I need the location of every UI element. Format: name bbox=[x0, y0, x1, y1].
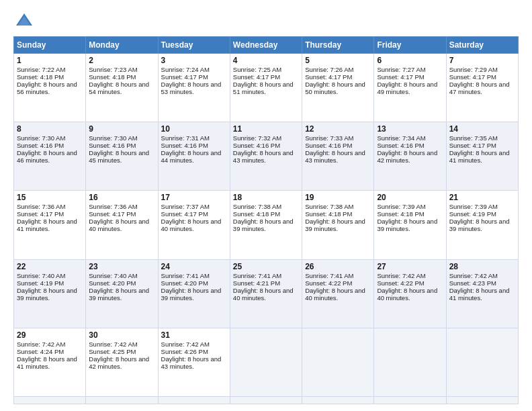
daylight-label: Daylight: 8 hours and 41 minutes. bbox=[449, 149, 510, 164]
calendar-day-header: Sunday bbox=[14, 37, 86, 54]
sunset-label: Sunset: 4:18 PM bbox=[305, 210, 352, 218]
calendar-cell bbox=[14, 397, 86, 404]
sunset-label: Sunset: 4:21 PM bbox=[233, 279, 280, 287]
daylight-label: Daylight: 8 hours and 39 minutes. bbox=[233, 218, 294, 232]
sunset-label: Sunset: 4:17 PM bbox=[233, 73, 280, 81]
calendar-cell: 25 Sunrise: 7:41 AM Sunset: 4:21 PM Dayl… bbox=[230, 259, 302, 328]
sunrise-label: Sunrise: 7:22 AM bbox=[17, 66, 65, 73]
daylight-label: Daylight: 8 hours and 43 minutes. bbox=[305, 149, 365, 164]
calendar-cell: 22 Sunrise: 7:40 AM Sunset: 4:19 PM Dayl… bbox=[14, 259, 86, 328]
sunset-label: Sunset: 4:24 PM bbox=[17, 348, 64, 355]
calendar-cell: 14 Sunrise: 7:35 AM Sunset: 4:17 PM Dayl… bbox=[446, 122, 518, 191]
day-number: 26 bbox=[305, 262, 371, 271]
calendar-cell bbox=[230, 397, 302, 404]
daylight-label: Daylight: 8 hours and 44 minutes. bbox=[161, 149, 222, 164]
day-number: 8 bbox=[17, 124, 83, 134]
calendar-week-row: 15 Sunrise: 7:36 AM Sunset: 4:17 PM Dayl… bbox=[14, 191, 519, 259]
day-number: 7 bbox=[449, 56, 515, 65]
sunrise-label: Sunrise: 7:24 AM bbox=[161, 66, 210, 73]
calendar-cell: 17 Sunrise: 7:37 AM Sunset: 4:17 PM Dayl… bbox=[158, 191, 230, 259]
day-number: 30 bbox=[89, 330, 154, 340]
calendar-week-row: 22 Sunrise: 7:40 AM Sunset: 4:19 PM Dayl… bbox=[14, 259, 519, 328]
day-number: 13 bbox=[377, 124, 443, 134]
calendar-cell bbox=[446, 397, 518, 404]
sunset-label: Sunset: 4:16 PM bbox=[233, 142, 280, 149]
calendar-cell: 21 Sunrise: 7:39 AM Sunset: 4:19 PM Dayl… bbox=[446, 191, 518, 259]
calendar-cell: 24 Sunrise: 7:41 AM Sunset: 4:20 PM Dayl… bbox=[158, 259, 230, 328]
calendar-cell: 15 Sunrise: 7:36 AM Sunset: 4:17 PM Dayl… bbox=[14, 191, 86, 259]
sunrise-label: Sunrise: 7:42 AM bbox=[89, 340, 137, 348]
sunset-label: Sunset: 4:16 PM bbox=[305, 142, 352, 149]
calendar-cell bbox=[86, 397, 158, 404]
day-number: 22 bbox=[17, 262, 83, 271]
day-number: 4 bbox=[233, 56, 299, 65]
sunrise-label: Sunrise: 7:42 AM bbox=[377, 272, 425, 279]
daylight-label: Daylight: 8 hours and 42 minutes. bbox=[89, 355, 149, 370]
sunrise-label: Sunrise: 7:42 AM bbox=[161, 340, 210, 348]
calendar-cell: 29 Sunrise: 7:42 AM Sunset: 4:24 PM Dayl… bbox=[14, 328, 86, 396]
sunset-label: Sunset: 4:18 PM bbox=[377, 210, 424, 218]
calendar-cell: 2 Sunrise: 7:23 AM Sunset: 4:18 PM Dayli… bbox=[86, 54, 158, 122]
sunset-label: Sunset: 4:16 PM bbox=[161, 142, 208, 149]
sunrise-label: Sunrise: 7:41 AM bbox=[161, 272, 210, 279]
calendar-table: SundayMondayTuesdayWednesdayThursdayFrid… bbox=[13, 36, 519, 404]
sunrise-label: Sunrise: 7:34 AM bbox=[377, 134, 425, 142]
sunrise-label: Sunrise: 7:33 AM bbox=[305, 134, 353, 142]
sunset-label: Sunset: 4:19 PM bbox=[17, 279, 64, 287]
calendar-week-row: 8 Sunrise: 7:30 AM Sunset: 4:16 PM Dayli… bbox=[14, 122, 519, 191]
day-number: 17 bbox=[161, 193, 227, 202]
daylight-label: Daylight: 8 hours and 39 minutes. bbox=[305, 218, 365, 232]
daylight-label: Daylight: 8 hours and 39 minutes. bbox=[449, 218, 510, 232]
sunset-label: Sunset: 4:16 PM bbox=[17, 142, 64, 149]
daylight-label: Daylight: 8 hours and 39 minutes. bbox=[89, 287, 149, 302]
sunrise-label: Sunrise: 7:25 AM bbox=[233, 66, 281, 73]
day-number: 10 bbox=[161, 124, 227, 134]
calendar-day-header: Wednesday bbox=[230, 37, 302, 54]
sunrise-label: Sunrise: 7:31 AM bbox=[161, 134, 210, 142]
sunset-label: Sunset: 4:20 PM bbox=[161, 279, 208, 287]
day-number: 24 bbox=[161, 262, 227, 271]
day-number: 3 bbox=[161, 56, 227, 65]
daylight-label: Daylight: 8 hours and 40 minutes. bbox=[305, 287, 365, 302]
sunset-label: Sunset: 4:19 PM bbox=[449, 210, 496, 218]
sunrise-label: Sunrise: 7:42 AM bbox=[17, 340, 65, 348]
calendar-day-header: Tuesday bbox=[158, 37, 230, 54]
calendar-cell: 26 Sunrise: 7:41 AM Sunset: 4:22 PM Dayl… bbox=[302, 259, 374, 328]
daylight-label: Daylight: 8 hours and 41 minutes. bbox=[17, 218, 77, 232]
calendar-cell bbox=[302, 328, 374, 396]
sunset-label: Sunset: 4:20 PM bbox=[89, 279, 136, 287]
daylight-label: Daylight: 8 hours and 49 minutes. bbox=[377, 81, 437, 95]
day-number: 19 bbox=[305, 193, 371, 202]
calendar-cell bbox=[446, 328, 518, 396]
calendar-cell: 11 Sunrise: 7:32 AM Sunset: 4:16 PM Dayl… bbox=[230, 122, 302, 191]
daylight-label: Daylight: 8 hours and 40 minutes. bbox=[161, 218, 222, 232]
sunrise-label: Sunrise: 7:41 AM bbox=[305, 272, 353, 279]
calendar-cell bbox=[374, 397, 446, 404]
calendar-week-row: 1 Sunrise: 7:22 AM Sunset: 4:18 PM Dayli… bbox=[14, 54, 519, 122]
day-number: 23 bbox=[89, 262, 154, 271]
day-number: 18 bbox=[233, 193, 299, 202]
sunset-label: Sunset: 4:23 PM bbox=[449, 279, 496, 287]
daylight-label: Daylight: 8 hours and 39 minutes. bbox=[161, 287, 222, 302]
daylight-label: Daylight: 8 hours and 45 minutes. bbox=[89, 149, 149, 164]
calendar-cell: 31 Sunrise: 7:42 AM Sunset: 4:26 PM Dayl… bbox=[158, 328, 230, 396]
day-number: 9 bbox=[89, 124, 154, 134]
sunrise-label: Sunrise: 7:40 AM bbox=[17, 272, 65, 279]
calendar-cell: 8 Sunrise: 7:30 AM Sunset: 4:16 PM Dayli… bbox=[14, 122, 86, 191]
calendar-cell bbox=[302, 397, 374, 404]
day-number: 12 bbox=[305, 124, 371, 134]
sunrise-label: Sunrise: 7:30 AM bbox=[17, 134, 65, 142]
daylight-label: Daylight: 8 hours and 39 minutes. bbox=[377, 218, 437, 232]
sunset-label: Sunset: 4:25 PM bbox=[89, 348, 136, 355]
sunrise-label: Sunrise: 7:27 AM bbox=[377, 66, 425, 73]
day-number: 29 bbox=[17, 330, 83, 340]
sunset-label: Sunset: 4:26 PM bbox=[161, 348, 208, 355]
calendar-day-header: Saturday bbox=[446, 37, 518, 54]
daylight-label: Daylight: 8 hours and 50 minutes. bbox=[305, 81, 365, 95]
day-number: 2 bbox=[89, 56, 154, 65]
daylight-label: Daylight: 8 hours and 39 minutes. bbox=[17, 287, 77, 302]
sunset-label: Sunset: 4:17 PM bbox=[17, 210, 64, 218]
sunrise-label: Sunrise: 7:42 AM bbox=[449, 272, 498, 279]
sunrise-label: Sunrise: 7:23 AM bbox=[89, 66, 137, 73]
daylight-label: Daylight: 8 hours and 40 minutes. bbox=[377, 287, 437, 302]
